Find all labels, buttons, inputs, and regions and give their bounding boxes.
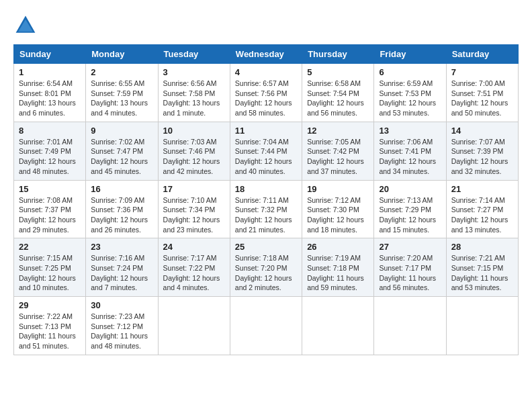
logo (13, 13, 42, 38)
day-number: 8 (19, 126, 81, 136)
cell-info: Sunrise: 7:03 AMSunset: 7:46 PMDaylight:… (163, 138, 220, 175)
calendar-cell: 25 Sunrise: 7:18 AMSunset: 7:20 PMDaylig… (230, 238, 302, 297)
day-number: 18 (235, 184, 297, 194)
cell-info: Sunrise: 6:55 AMSunset: 7:59 PMDaylight:… (91, 79, 148, 117)
calendar-cell (446, 297, 518, 355)
logo-icon (13, 13, 38, 38)
cell-info: Sunrise: 7:09 AMSunset: 7:36 PMDaylight:… (91, 196, 148, 234)
weekday-header: Thursday (302, 45, 374, 64)
day-number: 14 (451, 126, 513, 136)
cell-info: Sunrise: 7:06 AMSunset: 7:41 PMDaylight:… (379, 138, 436, 175)
day-number: 30 (91, 300, 152, 310)
day-number: 20 (379, 184, 441, 194)
day-number: 3 (163, 67, 225, 77)
day-number: 15 (19, 184, 81, 194)
day-number: 12 (307, 126, 369, 136)
calendar-week-row: 8 Sunrise: 7:01 AMSunset: 7:49 PMDayligh… (14, 122, 519, 180)
calendar-cell: 19 Sunrise: 7:12 AMSunset: 7:30 PMDaylig… (302, 180, 374, 238)
cell-info: Sunrise: 7:11 AMSunset: 7:32 PMDaylight:… (235, 196, 292, 234)
calendar-cell: 14 Sunrise: 7:07 AMSunset: 7:39 PMDaylig… (446, 122, 518, 180)
calendar-cell: 2 Sunrise: 6:55 AMSunset: 7:59 PMDayligh… (86, 64, 158, 122)
calendar-cell: 20 Sunrise: 7:13 AMSunset: 7:29 PMDaylig… (374, 180, 446, 238)
cell-info: Sunrise: 7:23 AMSunset: 7:12 PMDaylight:… (91, 312, 148, 350)
calendar-cell: 5 Sunrise: 6:58 AMSunset: 7:54 PMDayligh… (302, 64, 374, 122)
day-number: 17 (163, 184, 225, 194)
calendar-cell: 28 Sunrise: 7:21 AMSunset: 7:15 PMDaylig… (446, 238, 518, 297)
day-number: 13 (379, 126, 441, 136)
cell-info: Sunrise: 7:18 AMSunset: 7:20 PMDaylight:… (235, 254, 292, 291)
day-number: 9 (91, 126, 152, 136)
cell-info: Sunrise: 6:59 AMSunset: 7:53 PMDaylight:… (379, 79, 436, 117)
calendar-cell: 21 Sunrise: 7:14 AMSunset: 7:27 PMDaylig… (446, 180, 518, 238)
header (13, 13, 519, 38)
day-number: 2 (91, 67, 152, 77)
calendar-cell: 18 Sunrise: 7:11 AMSunset: 7:32 PMDaylig… (230, 180, 302, 238)
day-number: 6 (379, 67, 441, 77)
calendar-cell: 16 Sunrise: 7:09 AMSunset: 7:36 PMDaylig… (86, 180, 158, 238)
cell-info: Sunrise: 7:20 AMSunset: 7:17 PMDaylight:… (379, 254, 436, 291)
calendar-cell: 6 Sunrise: 6:59 AMSunset: 7:53 PMDayligh… (374, 64, 446, 122)
cell-info: Sunrise: 7:08 AMSunset: 7:37 PMDaylight:… (19, 196, 76, 234)
cell-info: Sunrise: 7:17 AMSunset: 7:22 PMDaylight:… (163, 254, 220, 291)
cell-info: Sunrise: 6:57 AMSunset: 7:56 PMDaylight:… (235, 79, 292, 117)
cell-info: Sunrise: 7:14 AMSunset: 7:27 PMDaylight:… (451, 196, 508, 234)
day-number: 11 (235, 126, 297, 136)
calendar-cell: 27 Sunrise: 7:20 AMSunset: 7:17 PMDaylig… (374, 238, 446, 297)
calendar-cell: 9 Sunrise: 7:02 AMSunset: 7:47 PMDayligh… (86, 122, 158, 180)
calendar-cell: 22 Sunrise: 7:15 AMSunset: 7:25 PMDaylig… (14, 238, 86, 297)
weekday-header: Monday (86, 45, 158, 64)
calendar-cell: 3 Sunrise: 6:56 AMSunset: 7:58 PMDayligh… (158, 64, 230, 122)
weekday-header: Friday (374, 45, 446, 64)
cell-info: Sunrise: 7:05 AMSunset: 7:42 PMDaylight:… (307, 138, 364, 175)
calendar-cell: 17 Sunrise: 7:10 AMSunset: 7:34 PMDaylig… (158, 180, 230, 238)
cell-info: Sunrise: 7:10 AMSunset: 7:34 PMDaylight:… (163, 196, 220, 234)
cell-info: Sunrise: 7:04 AMSunset: 7:44 PMDaylight:… (235, 138, 292, 175)
calendar-week-row: 15 Sunrise: 7:08 AMSunset: 7:37 PMDaylig… (14, 180, 519, 238)
calendar-cell: 12 Sunrise: 7:05 AMSunset: 7:42 PMDaylig… (302, 122, 374, 180)
day-number: 22 (19, 242, 81, 252)
calendar-cell: 13 Sunrise: 7:06 AMSunset: 7:41 PMDaylig… (374, 122, 446, 180)
calendar-cell: 8 Sunrise: 7:01 AMSunset: 7:49 PMDayligh… (14, 122, 86, 180)
calendar-cell: 11 Sunrise: 7:04 AMSunset: 7:44 PMDaylig… (230, 122, 302, 180)
calendar-cell: 30 Sunrise: 7:23 AMSunset: 7:12 PMDaylig… (86, 297, 158, 355)
cell-info: Sunrise: 7:16 AMSunset: 7:24 PMDaylight:… (91, 254, 148, 291)
day-number: 29 (19, 300, 81, 310)
calendar-cell: 4 Sunrise: 6:57 AMSunset: 7:56 PMDayligh… (230, 64, 302, 122)
day-number: 1 (19, 67, 81, 77)
day-number: 24 (163, 242, 225, 252)
calendar-cell (158, 297, 230, 355)
day-number: 4 (235, 67, 297, 77)
cell-info: Sunrise: 7:12 AMSunset: 7:30 PMDaylight:… (307, 196, 364, 234)
cell-info: Sunrise: 7:22 AMSunset: 7:13 PMDaylight:… (19, 312, 76, 350)
day-number: 23 (91, 242, 152, 252)
calendar-cell: 10 Sunrise: 7:03 AMSunset: 7:46 PMDaylig… (158, 122, 230, 180)
calendar-cell: 24 Sunrise: 7:17 AMSunset: 7:22 PMDaylig… (158, 238, 230, 297)
calendar-cell (374, 297, 446, 355)
day-number: 10 (163, 126, 225, 136)
cell-info: Sunrise: 6:54 AMSunset: 8:01 PMDaylight:… (19, 79, 76, 117)
cell-info: Sunrise: 7:19 AMSunset: 7:18 PMDaylight:… (307, 254, 364, 291)
calendar-week-row: 22 Sunrise: 7:15 AMSunset: 7:25 PMDaylig… (14, 238, 519, 297)
cell-info: Sunrise: 7:01 AMSunset: 7:49 PMDaylight:… (19, 138, 76, 175)
day-number: 5 (307, 67, 369, 77)
cell-info: Sunrise: 7:07 AMSunset: 7:39 PMDaylight:… (451, 138, 508, 175)
calendar-week-row: 29 Sunrise: 7:22 AMSunset: 7:13 PMDaylig… (14, 297, 519, 355)
calendar-cell: 26 Sunrise: 7:19 AMSunset: 7:18 PMDaylig… (302, 238, 374, 297)
day-number: 27 (379, 242, 441, 252)
day-number: 28 (451, 242, 513, 252)
calendar-cell: 1 Sunrise: 6:54 AMSunset: 8:01 PMDayligh… (14, 64, 86, 122)
cell-info: Sunrise: 7:15 AMSunset: 7:25 PMDaylight:… (19, 254, 76, 291)
cell-info: Sunrise: 6:58 AMSunset: 7:54 PMDaylight:… (307, 79, 364, 117)
weekday-header: Saturday (446, 45, 518, 64)
weekday-header: Tuesday (158, 45, 230, 64)
cell-info: Sunrise: 7:21 AMSunset: 7:15 PMDaylight:… (451, 254, 508, 291)
calendar-table: SundayMondayTuesdayWednesdayThursdayFrid… (13, 44, 519, 355)
calendar-cell: 15 Sunrise: 7:08 AMSunset: 7:37 PMDaylig… (14, 180, 86, 238)
calendar-cell (230, 297, 302, 355)
day-number: 26 (307, 242, 369, 252)
day-number: 25 (235, 242, 297, 252)
calendar-cell: 23 Sunrise: 7:16 AMSunset: 7:24 PMDaylig… (86, 238, 158, 297)
cell-info: Sunrise: 7:13 AMSunset: 7:29 PMDaylight:… (379, 196, 436, 234)
calendar-cell (302, 297, 374, 355)
calendar-cell: 29 Sunrise: 7:22 AMSunset: 7:13 PMDaylig… (14, 297, 86, 355)
